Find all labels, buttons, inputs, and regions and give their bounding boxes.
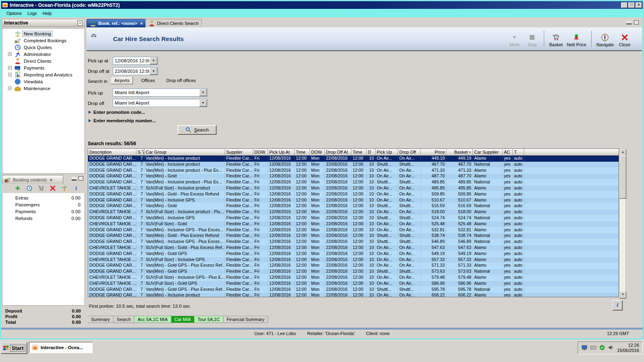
column-header-d[interactable]: D <box>367 149 376 156</box>
result-row[interactable]: DODGE GRAND CAR...7Van(Mini) - Gold GPS … <box>88 287 619 293</box>
bottom-tab-search[interactable]: Search <box>114 316 134 323</box>
booking-toolbar-info-icon[interactable]: i <box>73 185 79 192</box>
search-in-offices[interactable]: Offices <box>138 77 158 84</box>
dropoff-combo[interactable]: Miami Intl Airport ▼ <box>113 99 208 107</box>
result-row[interactable]: CHEVROLET TAHOE ...7SUV(Full Size) - Gol… <box>88 281 619 287</box>
result-row[interactable]: DODGE GRAND CAR...7Van(Mini) - Gold - Pl… <box>88 233 619 239</box>
toolbar-basket-button[interactable]: Basket <box>549 33 563 47</box>
result-row[interactable]: CHEVROLET TAHOE ...7SUV(Full Size) - Gol… <box>88 245 619 251</box>
booking-toolbar-delete-icon[interactable] <box>50 185 56 192</box>
column-header-ac[interactable]: AC <box>503 149 513 156</box>
sidebar-item-payments[interactable]: +$Payments <box>2 64 85 71</box>
column-header-time[interactable]: Time <box>351 149 367 156</box>
sidebar-item-maintenance[interactable]: +Maintenance <box>2 85 85 92</box>
result-row[interactable]: DODGE GRAND CAR...7Van(Mini) - Inclusive… <box>88 227 619 233</box>
panel-maximize-icon[interactable] <box>78 176 83 181</box>
sidebar-item-administrator[interactable]: +Administrator <box>2 51 85 58</box>
result-row[interactable]: DODGE GRAND CAR...7Van(Mini) - Inclusive… <box>88 156 619 162</box>
result-row[interactable]: DODGE GRAND CAR...7Van(Mini) - GoldFlexi… <box>88 173 619 179</box>
sidebar-item-new-booking[interactable]: New Booking <box>2 30 85 37</box>
booking-toolbar-palm-tree-icon[interactable] <box>61 185 68 192</box>
chevron-down-icon[interactable]: ▼ <box>150 57 157 64</box>
booking-contents-close-icon[interactable]: × <box>50 177 52 182</box>
toolbar-close-button[interactable]: Close <box>618 33 632 47</box>
sidebar-item-quick-quotes[interactable]: Quick Quotes <box>2 44 85 51</box>
devices-icon[interactable] <box>599 344 605 352</box>
result-row[interactable]: DODGE GRAND CAR...7Van(Mini) - Inclusive… <box>88 239 619 245</box>
sidebar-item-direct-clients[interactable]: Direct Clients <box>2 58 85 64</box>
search-in-airports[interactable]: Airports <box>111 77 133 84</box>
maximize-button[interactable]: □ <box>628 2 635 8</box>
close-button[interactable]: × <box>636 2 642 8</box>
column-header-car-group[interactable]: Car Group <box>144 149 225 156</box>
booking-contents-row[interactable]: Payments0.00 <box>2 208 85 215</box>
pickup-at-combo[interactable]: 12/08/2016 12:00 ▼ <box>113 57 158 65</box>
pickup-combo[interactable]: Miami Intl Airport ▼ <box>113 88 208 97</box>
keyboard-layout-icon[interactable] <box>590 344 597 352</box>
expand-plus-icon[interactable]: + <box>8 66 12 70</box>
column-header-time[interactable]: Time <box>295 149 310 156</box>
booking-contents-tab[interactable]: Booking contents × <box>2 175 63 184</box>
start-button[interactable]: Start <box>1 342 27 354</box>
sidebar-item-viewdata[interactable]: Viewdata <box>2 78 85 85</box>
column-header-pick-up-at[interactable]: Pick Up At <box>268 149 295 156</box>
dropoff-at-combo[interactable]: 22/08/2016 12:00 ▼ <box>113 67 158 75</box>
chevron-down-icon[interactable]: ▼ <box>199 99 207 107</box>
tabgroup-maximize-icon[interactable] <box>634 20 639 25</box>
sidebar-collapse-button[interactable]: − <box>77 21 83 26</box>
column-header-drop-off[interactable]: Drop Off <box>398 149 421 156</box>
sidebar-item-completed-bookings[interactable]: Completed Bookings <box>2 37 85 44</box>
column-header-supplier[interactable]: Supplier <box>225 149 253 156</box>
toolbar-nett-price-button[interactable]: Nett Price <box>567 33 586 47</box>
display-icon[interactable] <box>581 344 588 352</box>
vertical-scrollbar[interactable]: ▲ ▼ <box>619 148 626 299</box>
column-header-pick-up[interactable]: Pick Up <box>376 149 398 156</box>
menu-help[interactable]: Help <box>40 10 55 16</box>
result-row[interactable]: DODGE GRAND CAR...7Van(Mini) - Inclusive… <box>88 292 619 297</box>
result-row[interactable]: DODGE GRAND CAR...7Van(Mini) - GoldFlexi… <box>88 203 619 209</box>
result-row[interactable]: DODGE GRAND CAR...7Van(Mini) - Gold - Pl… <box>88 191 619 197</box>
volume-icon[interactable] <box>608 344 614 352</box>
column-header-t[interactable]: T <box>513 149 524 156</box>
booking-contents-row[interactable]: Passengers0 <box>2 201 85 208</box>
result-row[interactable]: CHEVROLET TAHOE ...7SUV(Full Size) - Inc… <box>88 185 619 191</box>
chevron-down-icon[interactable]: ▼ <box>150 68 157 75</box>
info-button[interactable]: i <box>612 300 623 311</box>
tab-direct-clients-search[interactable]: Direct Clients Search <box>145 19 202 27</box>
scroll-up-icon[interactable]: ▲ <box>619 149 626 156</box>
tab-booking-ref[interactable]: Book. ref.: <none> × <box>87 19 146 27</box>
column-header-basket[interactable]: Basket▼ <box>446 149 473 156</box>
column-header-description[interactable]: Description <box>88 149 136 156</box>
result-row[interactable]: CHEVROLET TAHOE ...7SUV(Full Size) - Inc… <box>88 209 619 215</box>
booking-contents-row[interactable]: Refunds0.00 <box>2 215 85 222</box>
booking-toolbar-add-icon[interactable] <box>14 185 21 192</box>
result-row[interactable]: DODGE GRAND CAR...7Van(Mini) - Gold GPS … <box>88 263 619 269</box>
bottom-tab-summary[interactable]: Summary <box>88 316 114 323</box>
promotion-code-link[interactable]: Enter promotion code... <box>89 110 145 115</box>
bottom-tab-tour-5a-1c[interactable]: Tour 5A,1C <box>194 316 223 323</box>
expand-plus-icon[interactable]: + <box>8 86 12 90</box>
result-row[interactable]: DODGE GRAND CAR...7Van(Mini) - Gold GPSF… <box>88 269 619 275</box>
taskbar-task-interactive[interactable]: Interactive - Ocea... <box>29 342 93 353</box>
membership-number-link[interactable]: Enter membership number... <box>89 118 156 123</box>
bottom-tab-financial-summary[interactable]: Financial Summary <box>223 316 268 323</box>
result-row[interactable]: DODGE GRAND CAR...7Van(Mini) - Inclusive… <box>88 179 619 185</box>
booking-contents-row[interactable]: Extras0.00 <box>2 194 85 201</box>
expand-plus-icon[interactable]: + <box>8 73 12 76</box>
tab-close-icon[interactable]: × <box>140 21 143 26</box>
result-row[interactable]: DODGE GRAND CAR...7Van(Mini) - Inclusive… <box>88 168 619 174</box>
column-header-price[interactable]: Price <box>421 149 446 156</box>
column-header-dow[interactable]: DOW <box>310 149 325 156</box>
result-row[interactable]: DODGE GRAND CAR...7Van(Mini) - Inclusive… <box>88 215 619 221</box>
scroll-down-icon[interactable]: ▼ <box>619 291 626 298</box>
column-header-car-supplier[interactable]: Car Supplier <box>473 149 503 156</box>
result-row[interactable]: CHEVROLET TAHOE ...7SUV(Full Size) - Inc… <box>88 257 619 263</box>
expand-plus-icon[interactable]: + <box>8 52 12 56</box>
panel-minimize-icon[interactable] <box>72 177 76 181</box>
column-header-dow[interactable]: DOW <box>253 149 268 156</box>
search-in-drop-off-offices[interactable]: Drop off offices <box>163 77 199 84</box>
chevron-down-icon[interactable]: ▼ <box>199 89 207 96</box>
bottom-tab-car-mia[interactable]: Car MIA <box>171 316 194 323</box>
menu-logs[interactable]: Logs <box>25 10 40 16</box>
result-row[interactable]: DODGE GRAND CAR...7Van(Mini) - Inclusive… <box>88 162 619 168</box>
